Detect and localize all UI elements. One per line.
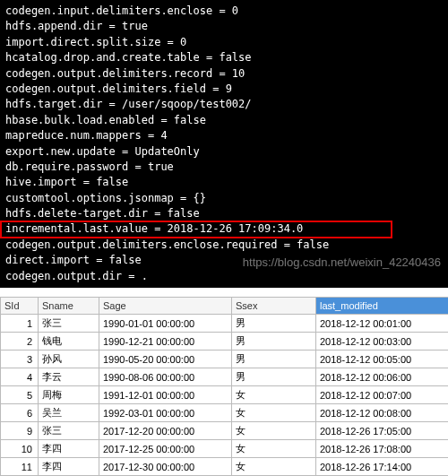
config-line: export.new.update = UpdateOnly xyxy=(5,144,443,160)
cell-ssex: 女 xyxy=(232,440,316,458)
cell-sname: 李四 xyxy=(39,458,99,476)
config-line: db.require.password = true xyxy=(5,160,443,175)
col-header-sname[interactable]: Sname xyxy=(39,298,99,315)
table-row[interactable]: 1张三1990-01-01 00:00:00男2018-12-12 00:01:… xyxy=(1,315,449,333)
cell-sid: 6 xyxy=(1,404,39,422)
cell-ssex: 女 xyxy=(232,404,316,422)
cell-sage: 1992-03-01 00:00:00 xyxy=(99,404,232,422)
table-row[interactable]: 5周梅1991-12-01 00:00:00女2018-12-12 00:07:… xyxy=(1,386,449,404)
cell-sname: 张三 xyxy=(39,422,99,440)
cell-last-modified: 2018-12-12 00:03:00 xyxy=(316,333,449,351)
cell-sid: 9 xyxy=(1,422,39,440)
terminal-output: codegen.input.delimiters.enclose = 0 hdf… xyxy=(0,0,448,288)
config-line: mapreduce.num.mappers = 4 xyxy=(5,128,443,143)
cell-sage: 1990-08-06 00:00:00 xyxy=(99,368,232,386)
table-row[interactable]: 4李云1990-08-06 00:00:00男2018-12-12 00:06:… xyxy=(1,368,449,386)
config-line: hbase.bulk.load.enabled = false xyxy=(5,113,443,128)
cell-sage: 1990-01-01 00:00:00 xyxy=(99,315,232,333)
watermark-text: https://blog.csdn.net/weixin_42240436 xyxy=(243,255,441,272)
cell-last-modified: 2018-12-12 00:06:00 xyxy=(316,368,449,386)
data-table-container: SId Sname Sage Ssex last_modified 1张三199… xyxy=(0,297,448,476)
cell-last-modified: 2018-12-12 00:07:00 xyxy=(316,386,449,404)
table-row[interactable]: 2钱电1990-12-21 00:00:00男2018-12-12 00:03:… xyxy=(1,333,449,351)
cell-ssex: 男 xyxy=(232,333,316,351)
cell-sid: 2 xyxy=(1,333,39,351)
cell-sage: 1990-05-20 00:00:00 xyxy=(99,351,232,368)
cell-ssex: 女 xyxy=(232,422,316,440)
table-body: 1张三1990-01-01 00:00:00男2018-12-12 00:01:… xyxy=(1,315,449,476)
config-line-highlighted: incremental.last.value = 2018-12-26 17:0… xyxy=(5,221,443,237)
cell-sid: 3 xyxy=(1,351,39,368)
cell-sage: 1990-12-21 00:00:00 xyxy=(99,333,232,351)
cell-sage: 1991-12-01 00:00:00 xyxy=(99,386,232,404)
cell-sid: 5 xyxy=(1,386,39,404)
table-row[interactable]: 9张三2017-12-20 00:00:00女2018-12-26 17:05:… xyxy=(1,422,449,440)
config-line: codegen.input.delimiters.enclose = 0 xyxy=(5,4,443,19)
cell-last-modified: 2018-12-26 17:14:00 xyxy=(316,458,449,476)
cell-sid: 10 xyxy=(1,440,39,458)
cell-ssex: 男 xyxy=(232,315,316,333)
cell-sname: 钱电 xyxy=(39,333,99,351)
config-line: hdfs.delete-target.dir = false xyxy=(5,206,443,221)
cell-ssex: 男 xyxy=(232,368,316,386)
cell-sid: 1 xyxy=(1,315,39,333)
cell-last-modified: 2018-12-12 00:01:00 xyxy=(316,315,449,333)
cell-sname: 孙风 xyxy=(39,351,99,368)
table-row[interactable]: 10李四2017-12-25 00:00:00女2018-12-26 17:08… xyxy=(1,440,449,458)
config-line: codegen.output.delimiters.enclose.requir… xyxy=(5,238,443,253)
cell-last-modified: 2018-12-26 17:08:00 xyxy=(316,440,449,458)
cell-ssex: 男 xyxy=(232,351,316,368)
cell-last-modified: 2018-12-26 17:05:00 xyxy=(316,422,449,440)
cell-sage: 2017-12-30 00:00:00 xyxy=(99,458,232,476)
table-header-row: SId Sname Sage Ssex last_modified xyxy=(1,298,449,315)
col-header-ssex[interactable]: Ssex xyxy=(232,298,316,315)
config-line: customtool.options.jsonmap = {} xyxy=(5,191,443,206)
cell-last-modified: 2018-12-12 00:08:00 xyxy=(316,404,449,422)
cell-sname: 吴兰 xyxy=(39,404,99,422)
table-row[interactable]: 3孙风1990-05-20 00:00:00男2018-12-12 00:05:… xyxy=(1,351,449,368)
col-header-sage[interactable]: Sage xyxy=(99,298,232,315)
cell-sage: 2017-12-20 00:00:00 xyxy=(99,422,232,440)
cell-sname: 周梅 xyxy=(39,386,99,404)
cell-ssex: 女 xyxy=(232,458,316,476)
cell-sid: 11 xyxy=(1,458,39,476)
cell-sid: 4 xyxy=(1,368,39,386)
cell-ssex: 女 xyxy=(232,386,316,404)
config-line: import.direct.split.size = 0 xyxy=(5,35,443,50)
config-line: hive.import = false xyxy=(5,175,443,190)
data-table[interactable]: SId Sname Sage Ssex last_modified 1张三199… xyxy=(0,297,448,476)
cell-last-modified: 2018-12-12 00:05:00 xyxy=(316,351,449,368)
table-row[interactable]: 11李四2017-12-30 00:00:00女2018-12-26 17:14… xyxy=(1,458,449,476)
col-header-sid[interactable]: SId xyxy=(1,298,39,315)
config-line: hdfs.target.dir = /user/sqoop/test002/ xyxy=(5,97,443,112)
config-line: hcatalog.drop.and.create.table = false xyxy=(5,50,443,65)
config-line: codegen.output.delimiters.record = 10 xyxy=(5,66,443,82)
config-line: codegen.output.delimiters.field = 9 xyxy=(5,82,443,97)
cell-sname: 李四 xyxy=(39,440,99,458)
config-line: hdfs.append.dir = true xyxy=(5,19,443,34)
col-header-last-modified[interactable]: last_modified xyxy=(316,298,449,315)
cell-sname: 张三 xyxy=(39,315,99,333)
table-row[interactable]: 6吴兰1992-03-01 00:00:00女2018-12-12 00:08:… xyxy=(1,404,449,422)
cell-sage: 2017-12-25 00:00:00 xyxy=(99,440,232,458)
cell-sname: 李云 xyxy=(39,368,99,386)
